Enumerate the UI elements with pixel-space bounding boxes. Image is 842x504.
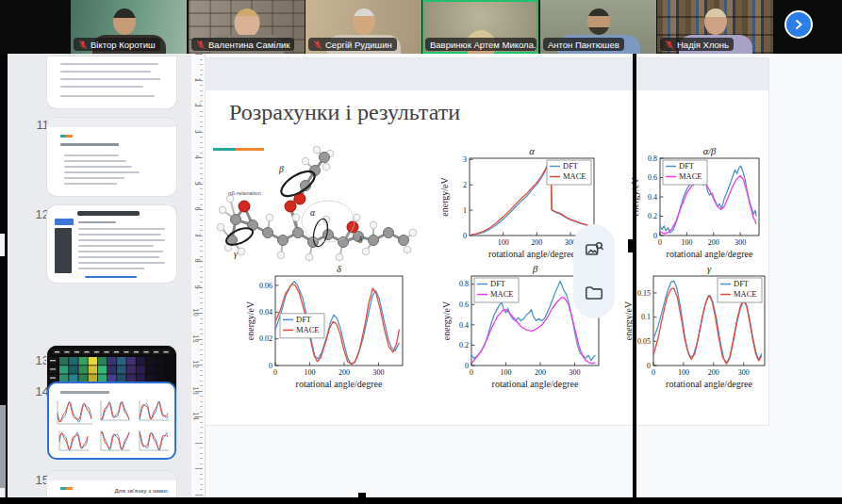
svg-text:α/β: α/β (703, 146, 717, 156)
participant-tile[interactable]: Сергій Рудишин (305, 0, 421, 54)
canvas-scrollbar-thumb[interactable] (628, 239, 636, 252)
slide-thumbnail-12[interactable] (47, 205, 176, 283)
svg-text:rotational angle/degree: rotational angle/degree (492, 379, 579, 389)
svg-text:200: 200 (535, 368, 546, 377)
svg-text:200: 200 (531, 238, 542, 247)
participant-name: Надія Хлонь (677, 40, 729, 50)
participant-avatar (704, 8, 727, 35)
molecule-label-gamma: γ (234, 250, 238, 259)
bottom-edge (0, 497, 842, 504)
vertical-ruler: 1234567891011121314 (191, 54, 206, 497)
participant-tile[interactable]: Надія Хлонь (657, 0, 773, 54)
mic-muted-icon (313, 40, 322, 50)
svg-text:β: β (532, 264, 538, 274)
slide-header-band (206, 58, 768, 90)
participant-name: Сергій Рудишин (325, 40, 392, 50)
video-strip: Віктор Коротиш Валентина Самілик Сергій … (0, 0, 842, 54)
right-edge (633, 54, 636, 497)
svg-text:DFT: DFT (563, 161, 579, 171)
participant-avatar (353, 8, 375, 35)
participant-name-pill: Сергій Рудишин (308, 38, 397, 51)
svg-text:100: 100 (304, 368, 315, 377)
svg-text:100: 100 (498, 238, 509, 247)
mic-muted-icon (78, 40, 88, 50)
svg-text:0: 0 (269, 362, 272, 370)
svg-text:1: 1 (463, 206, 467, 215)
svg-text:3: 3 (463, 155, 467, 164)
svg-text:DFT: DFT (679, 161, 695, 171)
svg-text:rotational angle/degree: rotational angle/degree (666, 379, 752, 389)
participant-avatar (587, 8, 610, 35)
slide-thumbnail-panel: 11 12 (8, 54, 191, 497)
slide-thumbnail-15[interactable]: Для зв'язку з нами: (47, 471, 176, 497)
svg-text:0.4: 0.4 (648, 193, 657, 202)
svg-text:0: 0 (465, 362, 469, 370)
svg-text:0.8: 0.8 (648, 154, 657, 163)
svg-text:0.6: 0.6 (648, 173, 657, 182)
molecule-label-relaxation: αβ-relaxation (228, 190, 261, 196)
slide-title: Розрахунки і результати (229, 100, 460, 125)
svg-text:0.15: 0.15 (637, 289, 651, 298)
slide-thumbnail-11[interactable] (47, 118, 176, 196)
svg-text:100: 100 (681, 238, 692, 247)
svg-text:energy/eV: energy/eV (245, 301, 256, 340)
participant-name-pill: Вавринюк Артем Микола... (425, 38, 537, 51)
screenshot-search-button[interactable] (584, 239, 604, 260)
svg-text:energy/eV: energy/eV (439, 176, 450, 216)
svg-text:2: 2 (463, 181, 467, 189)
files-button[interactable] (584, 283, 604, 303)
thumbnail-caption: Для зв'язку з нами: (114, 488, 169, 494)
svg-text:0.2: 0.2 (648, 212, 657, 220)
svg-text:MACE: MACE (563, 171, 586, 181)
svg-text:0.02: 0.02 (259, 334, 272, 343)
thumbnail-number: 15 (25, 473, 49, 487)
svg-text:0: 0 (470, 368, 473, 377)
svg-text:0.4: 0.4 (459, 321, 469, 330)
left-edge (0, 54, 8, 497)
svg-text:DFT: DFT (296, 315, 312, 324)
mic-muted-icon (196, 40, 206, 50)
participant-tile-active-speaker[interactable]: Вавринюк Артем Микола... (422, 0, 538, 54)
svg-text:MACE: MACE (734, 289, 757, 299)
molecule-label-alpha: α (310, 208, 316, 218)
svg-text:0: 0 (463, 232, 467, 240)
svg-text:DFT: DFT (734, 279, 750, 288)
document-canvas: Розрахунки і результати (206, 54, 842, 497)
svg-text:rotational angle/degree: rotational angle/degree (296, 379, 383, 389)
participant-avatar (234, 8, 259, 38)
thumbnail-number: 13 (25, 353, 49, 367)
presentation-app: 11 12 (0, 54, 842, 497)
svg-text:0: 0 (652, 368, 655, 377)
svg-text:rotational angle/degree: rotational angle/degree (667, 249, 753, 259)
svg-text:0.06: 0.06 (259, 282, 272, 290)
screen: Віктор Коротиш Валентина Самілик Сергій … (0, 0, 842, 504)
svg-text:MACE: MACE (679, 171, 702, 181)
next-participants-button[interactable] (784, 10, 813, 39)
svg-text:0.05: 0.05 (637, 337, 651, 346)
participant-name-pill: Антон Пантюшев (543, 38, 624, 51)
svg-text:100: 100 (678, 368, 689, 377)
participant-name: Вавринюк Артем Микола... (430, 40, 537, 50)
chart-alpha-beta: 010020030000.20.40.60.8α/βrotational ang… (630, 145, 765, 268)
participant-name: Антон Пантюшев (548, 40, 619, 50)
slide-thumbnail-14-selected[interactable] (47, 382, 176, 460)
svg-text:0: 0 (658, 238, 662, 247)
participant-name: Валентина Самілик (208, 40, 289, 50)
svg-text:α: α (529, 146, 535, 156)
svg-text:300: 300 (569, 368, 580, 377)
svg-text:0.1: 0.1 (641, 313, 651, 321)
svg-text:300: 300 (735, 238, 746, 247)
participant-tile[interactable]: Валентина Самілик (189, 0, 305, 54)
image-search-icon (584, 239, 604, 260)
molecule-label-beta: β (278, 165, 284, 174)
svg-text:200: 200 (708, 368, 719, 377)
participant-tile[interactable]: Віктор Коротиш (71, 0, 187, 54)
participant-tile[interactable]: Антон Пантюшев (540, 0, 656, 54)
svg-text:200: 200 (708, 238, 719, 247)
slide-thumbnail-10[interactable] (47, 57, 176, 108)
participant-name-pill: Валентина Самілик (191, 38, 294, 51)
chart-gamma: 010020030000.050.10.15γrotational angle/… (623, 263, 770, 398)
svg-text:MACE: MACE (296, 325, 320, 334)
participant-name-pill: Віктор Коротиш (74, 38, 160, 51)
thumbnail-number: 14 (25, 384, 49, 398)
